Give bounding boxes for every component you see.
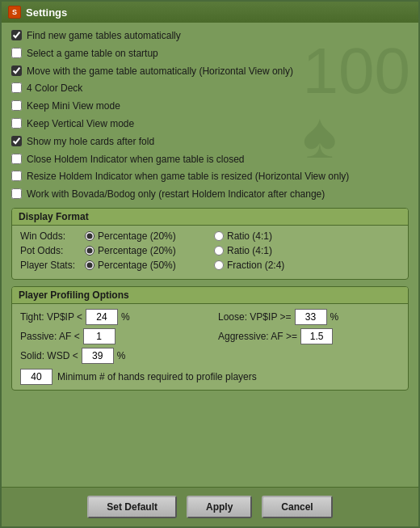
- profiling-input-tight[interactable]: [86, 309, 118, 325]
- profiling-right-row-2: [218, 348, 400, 364]
- radio-label-wo2[interactable]: Ratio (4:1): [227, 230, 272, 242]
- checkbox-label-cb7[interactable]: Show my hole cards after fold: [27, 135, 154, 149]
- player-profiling-section: Player Profiling Options Tight: VP$IP <%…: [11, 286, 409, 391]
- player-profiling-title: Player Profiling Options: [12, 287, 408, 304]
- radio-label-po1[interactable]: Percentage (20%): [98, 245, 176, 256]
- cancel-button[interactable]: Cancel: [262, 496, 332, 518]
- profiling-right-row-1: Aggressive: AF >=: [218, 328, 400, 344]
- profiling-right-row-0: Loose: VP$IP >=%: [218, 309, 400, 325]
- profiling-label-loose: Loose: VP$IP >=: [218, 311, 292, 323]
- radio-group: Fraction (2:4): [214, 260, 343, 271]
- display-label: Player Stats:: [20, 260, 85, 271]
- profiling-input-passive[interactable]: [83, 328, 116, 344]
- display-label: Win Odds:: [20, 230, 85, 242]
- checkbox-label-cb3[interactable]: Move with the game table automatically (…: [27, 65, 293, 78]
- checkbox-label-cb1[interactable]: Find new game tables automatically: [27, 29, 181, 43]
- checkbox-cb4[interactable]: [11, 82, 22, 93]
- display-row: Pot Odds:Percentage (20%)Ratio (4:1): [20, 245, 400, 256]
- radio-label-po2[interactable]: Ratio (4:1): [227, 245, 272, 256]
- radio-group: Percentage (50%): [85, 260, 214, 271]
- display-format-section: Display Format Win Odds:Percentage (20%)…: [11, 208, 409, 280]
- profiling-unit-tight: %: [121, 311, 130, 323]
- checkbox-label-cb6[interactable]: Keep Vertical View mode: [27, 117, 134, 131]
- radio-group: Ratio (4:1): [214, 245, 343, 256]
- radio-group: Percentage (20%): [85, 230, 214, 242]
- profiling-label-aggressive: Aggressive: AF >=: [218, 331, 297, 342]
- display-format-title: Display Format: [12, 209, 408, 226]
- profiling-input-solid[interactable]: [82, 348, 114, 364]
- profiling-grid: Tight: VP$IP <%Loose: VP$IP >=%Passive: …: [20, 309, 400, 364]
- checkbox-row: Move with the game table automatically (…: [11, 65, 409, 78]
- radio-label-ps1[interactable]: Percentage (50%): [98, 260, 176, 271]
- profiling-unit-solid: %: [117, 350, 126, 361]
- title-bar: S Settings: [2, 2, 418, 23]
- radio-ps1[interactable]: [85, 260, 94, 270]
- checkbox-row: Show my hole cards after fold: [11, 135, 409, 149]
- apply-button[interactable]: Apply: [187, 496, 252, 518]
- checkbox-cb9[interactable]: [11, 171, 22, 181]
- min-hands-label: Minimum # of hands required to profile p…: [57, 371, 257, 382]
- checkbox-row: Keep Mini View mode: [11, 99, 409, 113]
- checkbox-label-cb8[interactable]: Close Holdem Indicator when game table i…: [27, 153, 244, 167]
- profiling-left-row-2: Solid: WSD <%: [20, 348, 202, 364]
- checkbox-cb3[interactable]: [11, 65, 22, 76]
- checkbox-row: 4 Color Deck: [11, 82, 409, 95]
- checkbox-row: Resize Holdem Indicator when game table …: [11, 170, 409, 184]
- profiling-left-row-1: Passive: AF <: [20, 328, 202, 344]
- min-hands-row: Minimum # of hands required to profile p…: [20, 369, 400, 385]
- radio-wo2[interactable]: [214, 231, 224, 241]
- checkbox-label-cb10[interactable]: Work with Bovada/Bodog only (restart Hol…: [27, 188, 325, 201]
- radio-group: Percentage (20%): [85, 245, 214, 256]
- window-icon: S: [8, 6, 21, 19]
- player-profiling-content: Tight: VP$IP <%Loose: VP$IP >=%Passive: …: [12, 304, 408, 390]
- radio-wo1[interactable]: [85, 231, 94, 241]
- settings-content: 100♠ Find new game tables automaticallyS…: [2, 23, 418, 487]
- checkbox-row: Close Holdem Indicator when game table i…: [11, 153, 409, 167]
- checkbox-row: Select a game table on startup: [11, 47, 409, 61]
- checkbox-cb8[interactable]: [11, 154, 22, 164]
- radio-ps2[interactable]: [214, 260, 224, 270]
- radio-group: Ratio (4:1): [214, 230, 343, 242]
- checkbox-label-cb2[interactable]: Select a game table on startup: [27, 47, 158, 61]
- display-label: Pot Odds:: [20, 245, 85, 256]
- display-format-content: Win Odds:Percentage (20%)Ratio (4:1)Pot …: [12, 226, 408, 279]
- profiling-left-row-0: Tight: VP$IP <%: [20, 309, 202, 325]
- radio-po2[interactable]: [214, 246, 224, 256]
- checkbox-label-cb4[interactable]: 4 Color Deck: [27, 82, 82, 95]
- display-row: Win Odds:Percentage (20%)Ratio (4:1): [20, 230, 400, 242]
- checkbox-cb2[interactable]: [11, 48, 22, 58]
- radio-label-wo1[interactable]: Percentage (20%): [98, 230, 176, 242]
- checkboxes-section: Find new game tables automaticallySelect…: [11, 29, 409, 201]
- checkbox-cb10[interactable]: [11, 188, 22, 199]
- checkbox-label-cb9[interactable]: Resize Holdem Indicator when game table …: [27, 170, 349, 184]
- footer: Set Default Apply Cancel: [2, 487, 418, 526]
- profiling-label-solid: Solid: WSD <: [20, 350, 78, 361]
- profiling-label-tight: Tight: VP$IP <: [20, 311, 82, 323]
- min-hands-input[interactable]: [20, 369, 52, 385]
- window-title: Settings: [26, 6, 67, 19]
- checkbox-label-cb5[interactable]: Keep Mini View mode: [27, 99, 120, 113]
- radio-po1[interactable]: [85, 246, 94, 256]
- settings-window: S Settings 100♠ Find new game tables aut…: [0, 0, 420, 528]
- display-row: Player Stats:Percentage (50%)Fraction (2…: [20, 260, 400, 271]
- checkbox-row: Find new game tables automatically: [11, 29, 409, 43]
- checkbox-cb1[interactable]: [11, 30, 22, 40]
- profiling-label-passive: Passive: AF <: [20, 331, 80, 342]
- checkbox-cb5[interactable]: [11, 100, 22, 111]
- checkbox-cb7[interactable]: [11, 136, 22, 146]
- profiling-input-loose[interactable]: [295, 309, 327, 325]
- profiling-input-aggressive[interactable]: [300, 328, 333, 344]
- checkbox-row: Work with Bovada/Bodog only (restart Hol…: [11, 188, 409, 201]
- radio-label-ps2[interactable]: Fraction (2:4): [227, 260, 284, 271]
- profiling-unit-loose: %: [330, 311, 339, 323]
- set-default-button[interactable]: Set Default: [87, 496, 177, 518]
- checkbox-row: Keep Vertical View mode: [11, 117, 409, 131]
- checkbox-cb6[interactable]: [11, 118, 22, 129]
